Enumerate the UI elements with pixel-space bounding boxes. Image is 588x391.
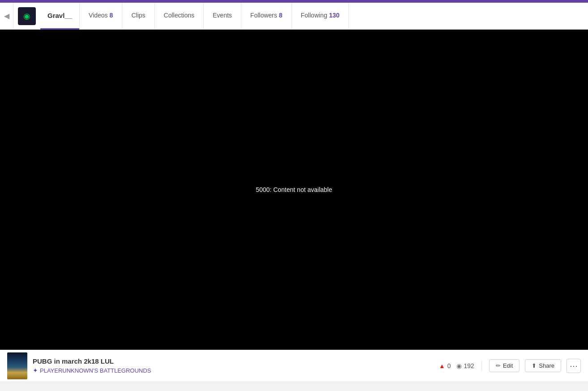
video-error-message: 5000: Content not available [256, 186, 332, 193]
avatar-icon: ◉ [23, 11, 30, 21]
share-label: Share [539, 362, 554, 369]
tab-collections-label: Collections [164, 12, 194, 19]
video-title-area: PUBG in march 2k18 LUL ✦ PLAYERUNKNOWN'S… [33, 357, 433, 374]
tab-clips[interactable]: Clips [122, 3, 155, 30]
avatar-container: ◉ [13, 3, 40, 30]
video-title: PUBG in march 2k18 LUL [33, 357, 433, 365]
game-thumbnail [7, 352, 27, 379]
tab-followers-count: 8 [279, 12, 283, 19]
back-button[interactable]: ◀ [0, 3, 13, 30]
bitrate-stat: ▲ 0 [439, 362, 451, 369]
views-value: 192 [464, 362, 474, 369]
more-button[interactable]: ⋯ [567, 359, 581, 373]
more-icon: ⋯ [570, 361, 578, 371]
share-button[interactable]: ⬆ Share [525, 359, 561, 372]
video-info-bar: PUBG in march 2k18 LUL ✦ PLAYERUNKNOWN'S… [0, 350, 588, 381]
tab-events-label: Events [213, 12, 232, 19]
share-icon: ⬆ [532, 362, 536, 369]
bitrate-icon: ▲ [439, 362, 445, 369]
avatar: ◉ [18, 7, 36, 25]
tab-username[interactable]: Gravl__ [40, 3, 79, 30]
game-thumbnail-image [7, 352, 27, 379]
views-icon: ◉ [456, 362, 462, 369]
tab-followers-label: Followers [250, 12, 277, 19]
views-stat: ◉ 192 [456, 362, 474, 369]
edit-icon: ✏ [496, 362, 501, 369]
tab-followers[interactable]: Followers 8 [241, 3, 292, 30]
username-label: Gravl__ [47, 12, 72, 19]
game-name-label: PLAYERUNKNOWN'S BATTLEGROUNDS [40, 367, 151, 374]
tab-events[interactable]: Events [204, 3, 241, 30]
tab-videos[interactable]: Videos 8 [79, 3, 122, 30]
tab-clips-label: Clips [131, 12, 145, 19]
edit-label: Edit [503, 362, 513, 369]
edit-button[interactable]: ✏ Edit [489, 359, 519, 372]
tab-collections[interactable]: Collections [155, 3, 204, 30]
tab-videos-count: 8 [110, 12, 113, 19]
tab-following-label: Following [301, 12, 327, 19]
nav-bar: ◀ ◉ Gravl__ Videos 8 Clips Collections E… [0, 3, 588, 30]
video-player: 5000: Content not available [0, 30, 588, 350]
back-icon: ◀ [4, 12, 9, 20]
game-icon: ✦ [33, 367, 38, 374]
bitrate-value: 0 [447, 362, 451, 369]
tab-following-count: 130 [329, 12, 339, 19]
game-name-link[interactable]: ✦ PLAYERUNKNOWN'S BATTLEGROUNDS [33, 367, 433, 374]
tab-videos-label: Videos [89, 12, 108, 19]
video-actions: ▲ 0 ◉ 192 ✏ Edit ⬆ Share ⋯ [439, 359, 581, 373]
tab-following[interactable]: Following 130 [292, 3, 349, 30]
divider [481, 361, 482, 371]
